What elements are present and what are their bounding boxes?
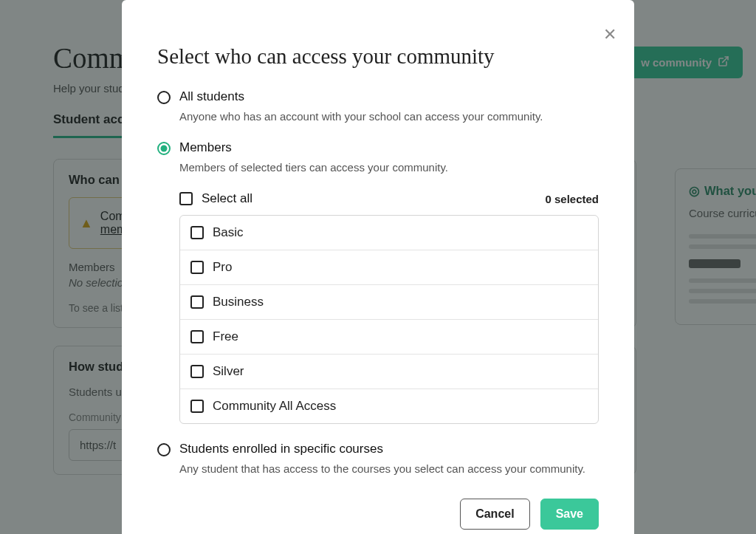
- tier-name: Community All Access: [213, 399, 336, 414]
- tier-name: Basic: [213, 225, 244, 240]
- option-label: Students enrolled in specific courses: [179, 442, 585, 456]
- option-label: Members: [179, 140, 448, 155]
- tier-selection: Select all 0 selected Basic Pro Business: [179, 191, 599, 424]
- tier-name: Free: [213, 329, 238, 344]
- save-button[interactable]: Save: [540, 499, 599, 530]
- tier-item[interactable]: Pro: [180, 250, 598, 285]
- tier-name: Silver: [213, 364, 244, 379]
- modal-overlay[interactable]: ✕ Select who can access your community A…: [0, 0, 756, 534]
- radio-specific-courses[interactable]: [157, 443, 171, 456]
- modal-actions: Cancel Save: [157, 499, 599, 530]
- option-all-students[interactable]: All students Anyone who has an account w…: [157, 89, 599, 124]
- checkbox-tier[interactable]: [190, 226, 204, 239]
- select-all-label: Select all: [202, 191, 252, 206]
- selected-count: 0 selected: [545, 193, 599, 205]
- tier-item[interactable]: Community All Access: [180, 389, 598, 423]
- tier-name: Business: [213, 295, 264, 309]
- option-desc: Anyone who has an account with your scho…: [179, 109, 543, 124]
- tier-item[interactable]: Basic: [180, 216, 598, 250]
- access-modal: ✕ Select who can access your community A…: [122, 0, 634, 534]
- tier-item[interactable]: Silver: [180, 355, 598, 389]
- modal-title: Select who can access your community: [157, 44, 599, 69]
- tier-name: Pro: [213, 260, 232, 275]
- checkbox-tier[interactable]: [190, 261, 204, 274]
- tier-item[interactable]: Free: [180, 320, 598, 355]
- close-icon[interactable]: ✕: [603, 25, 616, 44]
- checkbox-select-all[interactable]: [179, 192, 193, 205]
- option-desc: Members of selected tiers can access you…: [179, 160, 448, 175]
- checkbox-tier[interactable]: [190, 400, 204, 413]
- tier-header: Select all 0 selected: [179, 191, 599, 206]
- tier-list: Basic Pro Business Free Silver: [179, 215, 599, 424]
- option-label: All students: [179, 89, 543, 104]
- radio-all-students[interactable]: [157, 91, 171, 104]
- tier-item[interactable]: Business: [180, 285, 598, 320]
- option-specific-courses[interactable]: Students enrolled in specific courses An…: [157, 442, 599, 476]
- radio-members[interactable]: [157, 142, 171, 155]
- option-desc: Any student that has access to the cours…: [179, 461, 585, 476]
- checkbox-tier[interactable]: [190, 330, 204, 343]
- cancel-button[interactable]: Cancel: [460, 499, 529, 530]
- checkbox-tier[interactable]: [190, 295, 204, 309]
- option-members[interactable]: Members Members of selected tiers can ac…: [157, 140, 599, 175]
- checkbox-tier[interactable]: [190, 365, 204, 378]
